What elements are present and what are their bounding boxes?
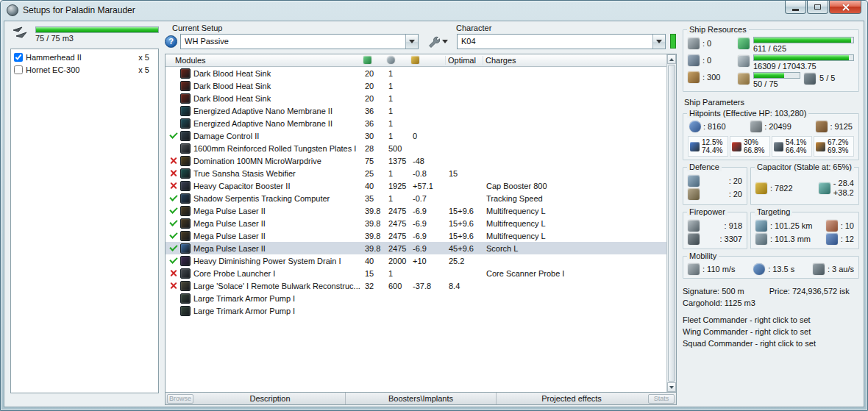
bottom-tab-label: Boosters\Implants (388, 394, 453, 403)
close-button[interactable] (829, 1, 861, 14)
module-row[interactable]: Dark Blood Heat Sink 20 1 (166, 67, 666, 79)
mobility-group: Mobility : 110 m/s : 13.5 s : 3 au/s (683, 256, 859, 279)
kinetic-damage-icon (774, 142, 783, 151)
module-row[interactable]: Mega Pulse Laser II 39.8 2475 -6.9 15+9.… (166, 229, 666, 242)
ship-stats-panel: Ship Resources : 0 : 0 : 300 (681, 23, 861, 405)
setup-dropdown[interactable]: WH Passive (180, 34, 419, 49)
optimal-column-header[interactable]: Optimal (445, 56, 483, 65)
module-cpu-value: 36 (365, 107, 388, 115)
module-cpu-value: 36 (365, 119, 388, 128)
module-row[interactable]: Shadow Serpentis Tracking Computer 35 1 … (166, 192, 666, 204)
charges-column-header[interactable]: Charges (483, 56, 666, 65)
stats-button[interactable]: Stats (648, 394, 675, 404)
module-row[interactable]: Large Trimark Armor Pump I (166, 304, 666, 317)
module-row[interactable]: Heavy Diminishing Power System Drain I 4… (166, 254, 666, 267)
maximize-button[interactable] (807, 1, 828, 14)
module-row[interactable]: Large Trimark Armor Pump I (166, 292, 666, 304)
module-row[interactable]: Energized Adaptive Nano Membrane II 36 1 (166, 104, 666, 117)
bottom-tab-bar: Browse Description Boosters\Implants Pro… (165, 393, 677, 405)
module-name: Mega Pulse Laser II (193, 219, 365, 228)
modules-column-header[interactable]: Modules (175, 56, 363, 65)
drone-checkbox[interactable] (14, 65, 23, 74)
module-row[interactable]: Large 'Solace' I Remote Bulwark Reconstr… (166, 279, 666, 292)
shield-hp-value: : 8160 (703, 122, 726, 131)
upgrades-usage-value: 50 / 75 (753, 79, 800, 88)
module-optimal-value: 8.4 (449, 282, 486, 290)
module-row[interactable]: Energized Adaptive Nano Membrane II 36 1 (166, 117, 666, 129)
browse-button[interactable]: Browse (167, 394, 193, 404)
drone-list-item[interactable]: Hornet EC-300 x 5 (11, 63, 158, 76)
module-icon (180, 268, 191, 279)
module-row[interactable]: Dark Blood Heat Sink 20 1 (166, 79, 666, 92)
max-velocity: : 110 m/s (688, 263, 735, 275)
module-row[interactable]: True Sansha Stasis Webifier 25 1 -0.8 15 (166, 167, 666, 179)
fit-status-icon (169, 218, 180, 228)
module-row[interactable]: Domination 100MN MicroWarpdrive 75 1375 … (166, 154, 666, 167)
module-row[interactable]: Dark Blood Heat Sink 20 1 (166, 92, 666, 104)
max-targets-icon (826, 220, 838, 232)
shield-resist-value: 12.5% (702, 138, 722, 146)
scroll-up-button[interactable] (667, 54, 676, 64)
character-dropdown[interactable]: K04 (457, 34, 666, 49)
module-row[interactable]: Mega Pulse Laser II 39.8 2475 -6.9 15+9.… (166, 217, 666, 229)
fit-status-icon (169, 131, 180, 140)
module-row[interactable]: 1600mm Reinforced Rolled Tungsten Plates… (166, 142, 666, 154)
calibration: : 300 (688, 71, 733, 84)
shield-hp: : 8160 (689, 121, 726, 132)
speed-icon (688, 263, 700, 275)
module-powergrid-value: 2475 (388, 207, 413, 215)
fleet-commander-line[interactable]: Fleet Commander - right click to set (683, 315, 811, 324)
armor-repair-icon (688, 188, 700, 200)
module-capacitor-value: -6.9 (413, 232, 449, 240)
module-row[interactable]: Heavy Capacitor Booster II 40 1925 +57.1… (166, 179, 666, 192)
bottom-tab[interactable]: Boosters\Implants (345, 393, 496, 404)
module-charges-value: Cap Booster 800 (486, 182, 666, 190)
fit-status-icon (169, 306, 180, 315)
module-icon (180, 156, 191, 166)
scrollbar-thumb[interactable] (668, 65, 675, 382)
module-icon (180, 168, 191, 179)
powergrid-icon (738, 55, 750, 67)
setup-tools-button[interactable] (421, 34, 454, 49)
scan-resolution-icon (755, 233, 767, 245)
setup-dropdown-arrow[interactable] (405, 35, 418, 49)
bottom-tab[interactable]: Projected effects (496, 393, 647, 404)
sensor-strength-icon (826, 233, 838, 245)
module-powergrid-value: 1 (388, 119, 413, 128)
module-icon (180, 218, 191, 229)
targeting-group: Targeting : 101.25 km : 10 (750, 212, 859, 249)
bottom-tab[interactable]: Description (195, 393, 345, 404)
dps-value: : 3307 (719, 235, 742, 243)
character-dropdown-arrow[interactable] (652, 35, 665, 49)
drone-checkbox[interactable] (14, 53, 23, 62)
module-powergrid-value: 1 (388, 132, 413, 140)
fit-status-icon (169, 281, 180, 290)
mobility-title: Mobility (687, 251, 719, 260)
module-capacitor-value: +57.1 (413, 182, 449, 190)
module-row[interactable]: Damage Control II 30 1 0 (166, 129, 666, 142)
drone-list[interactable]: Hammerhead II x 5 Hornet EC-300 x 5 (10, 49, 159, 393)
module-cpu-value: 40 (365, 257, 388, 265)
minimize-button[interactable] (785, 1, 806, 14)
minimize-icon (792, 9, 799, 11)
module-row[interactable]: Mega Pulse Laser II 39.8 2475 -6.9 45+9.… (166, 242, 666, 254)
help-icon[interactable]: ? (165, 35, 177, 48)
module-icon (180, 68, 191, 79)
module-optimal-value: 15+9.6 (449, 219, 486, 228)
align-time-value: : 13.5 s (768, 265, 794, 274)
module-powergrid-value: 2000 (388, 257, 413, 265)
squad-commander-line[interactable]: Squad Commander - right click to set (683, 339, 816, 348)
module-row[interactable]: Core Probe Launcher I 15 1 Core Scanner … (166, 267, 666, 279)
titlebar[interactable]: Setups for Paladin Marauder (1, 1, 867, 20)
module-cpu-value: 20 (365, 82, 388, 90)
wing-commander-line[interactable]: Wing Commander - right click to set (683, 327, 811, 336)
chevron-down-icon (409, 40, 415, 43)
cpu-column-icon (363, 56, 371, 64)
modules-table-header[interactable]: Modules Optimal Charges (166, 54, 676, 67)
drone-list-item[interactable]: Hammerhead II x 5 (11, 51, 158, 63)
scroll-down-button[interactable] (667, 382, 676, 392)
module-row[interactable]: Mega Pulse Laser II 39.8 2475 -6.9 15+9.… (166, 204, 666, 217)
capacitor-recharge-value: +38.2 (833, 188, 854, 198)
module-capacitor-value: -6.9 (413, 244, 449, 253)
modules-scrollbar[interactable] (666, 54, 676, 392)
